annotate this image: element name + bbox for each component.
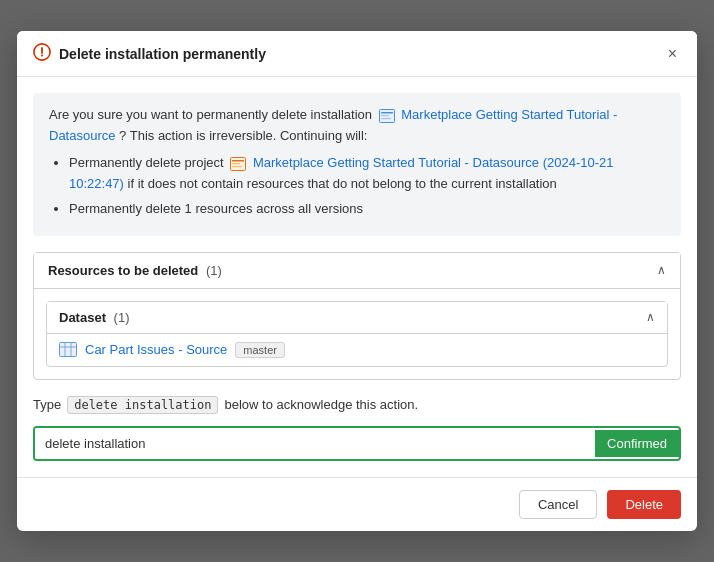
modal-header: Delete installation permanently × (17, 31, 697, 77)
acknowledgment-row: Type delete installation below to acknow… (33, 396, 681, 414)
cancel-button[interactable]: Cancel (519, 490, 597, 519)
svg-rect-6 (381, 118, 391, 119)
bullet-1-suffix: if it does not contain resources that do… (128, 176, 557, 191)
dataset-panel: Dataset (1) ∧ (46, 301, 668, 367)
dataset-item-row: Car Part Issues - Source master (47, 334, 667, 366)
modal-dialog: Delete installation permanently × Are yo… (17, 31, 697, 530)
svg-rect-8 (232, 160, 244, 162)
dataset-table-icon (59, 342, 77, 357)
info-bullets: Permanently delete project Marketplace G… (49, 153, 665, 220)
resources-title-text: Resources to be deleted (48, 263, 198, 278)
acknowledgment-suffix: below to acknowledge this action. (224, 397, 418, 412)
svg-point-2 (41, 55, 43, 57)
modal-header-left: Delete installation permanently (33, 43, 266, 64)
modal-footer: Cancel Delete (17, 477, 697, 531)
type-label: Type (33, 397, 61, 412)
confirmed-badge: Confirmed (595, 430, 679, 457)
modal-body: Are you sure you want to permanently del… (17, 77, 697, 476)
resources-section: Resources to be deleted (1) ∧ Dataset (1… (33, 252, 681, 380)
svg-rect-5 (381, 115, 389, 116)
dataset-chevron-icon: ∧ (646, 310, 655, 324)
svg-rect-11 (60, 343, 77, 357)
bullet-1: Permanently delete project Marketplace G… (69, 153, 665, 195)
info-prefix: Are you sure you want to permanently del… (49, 107, 372, 122)
warning-circle-icon (33, 43, 51, 64)
dataset-count: (1) (114, 310, 130, 325)
confirm-input[interactable] (35, 428, 595, 459)
svg-rect-10 (232, 166, 242, 167)
resources-section-title: Resources to be deleted (1) (48, 263, 222, 278)
modal-overlay: Delete installation permanently × Are yo… (0, 0, 714, 562)
resources-chevron-icon: ∧ (657, 263, 666, 277)
dataset-title: Dataset (1) (59, 310, 129, 325)
resources-count: (1) (206, 263, 222, 278)
acknowledgment-code: delete installation (67, 396, 218, 414)
project-icon (230, 155, 250, 170)
resources-section-header[interactable]: Resources to be deleted (1) ∧ (34, 253, 680, 289)
dataset-header[interactable]: Dataset (1) ∧ (47, 302, 667, 334)
close-button[interactable]: × (664, 44, 681, 64)
delete-button[interactable]: Delete (607, 490, 681, 519)
info-suffix: ? This action is irreversible. Continuin… (119, 128, 367, 143)
svg-rect-9 (232, 163, 240, 164)
dataset-title-text: Dataset (59, 310, 106, 325)
confirm-input-row: Confirmed (33, 426, 681, 461)
modal-title: Delete installation permanently (59, 46, 266, 62)
installation-icon (379, 108, 399, 123)
svg-rect-4 (381, 112, 393, 114)
dataset-item-name[interactable]: Car Part Issues - Source (85, 342, 227, 357)
dataset-item-badge: master (235, 342, 285, 358)
info-box: Are you sure you want to permanently del… (33, 93, 681, 235)
bullet-2: Permanently delete 1 resources across al… (69, 199, 665, 220)
bullet-1-prefix: Permanently delete project (69, 155, 224, 170)
